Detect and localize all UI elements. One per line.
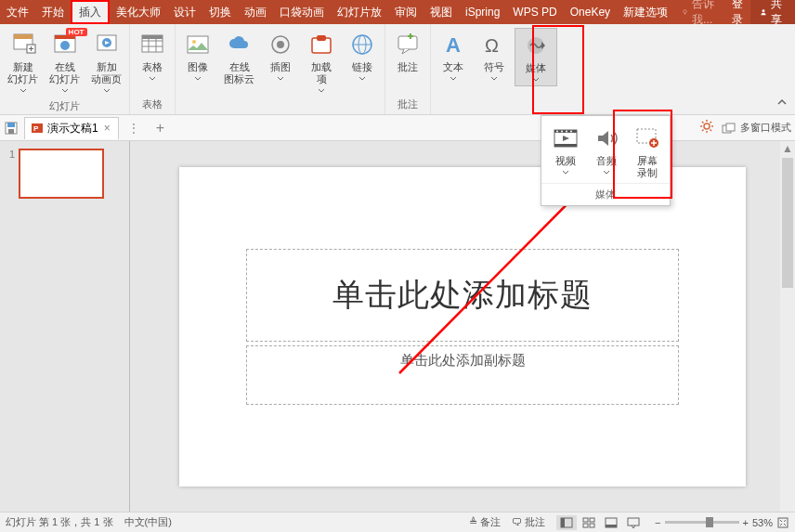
zoom-out-button[interactable]: − <box>655 517 660 528</box>
menu-new-tab[interactable]: 新建选项 <box>617 0 674 24</box>
reading-view-button[interactable] <box>601 515 621 530</box>
settings-button[interactable] <box>699 119 714 136</box>
comments-toggle[interactable]: 🗨 批注 <box>512 515 545 529</box>
addin-button[interactable]: 加载 项 <box>301 28 342 97</box>
document-tab-strip: P 演示文稿1 × ⋮ + 多窗口模式 <box>0 115 795 141</box>
document-tab-close[interactable]: × <box>102 122 112 135</box>
zoom-slider-track[interactable] <box>665 521 739 524</box>
audio-icon <box>593 124 620 152</box>
slide-canvas-area[interactable]: 单击此处添加标题 单击此处添加副标题 ▲ <box>130 141 795 512</box>
thumbnail-row[interactable]: 1 <box>6 149 124 199</box>
ribbon-group-images: 图像 在线 图标云 插图 加载 项 链接 <box>176 24 385 114</box>
menu-onekey[interactable]: OneKey <box>564 0 617 24</box>
chevron-down-icon <box>61 87 69 95</box>
menu-wps-pdf[interactable]: WPS PD <box>506 0 563 24</box>
audio-button[interactable]: 音频 <box>586 122 627 181</box>
zoom-in-button[interactable]: + <box>743 517 749 528</box>
title-placeholder-text: 单击此处添加标题 <box>332 274 593 317</box>
video-button[interactable]: 视频 <box>545 122 586 181</box>
document-tab[interactable]: P 演示文稿1 × <box>24 117 119 139</box>
scrollbar-thumb[interactable] <box>782 158 793 288</box>
svg-text:P: P <box>33 124 39 133</box>
link-button[interactable]: 链接 <box>342 28 383 84</box>
anim-page-button[interactable]: 新加 动画页 <box>85 28 127 97</box>
new-slide-icon <box>10 32 36 58</box>
ribbon-group-comments: 批注 批注 <box>385 24 431 114</box>
cloud-icons-label: 在线 图标云 <box>224 61 254 85</box>
slide-count-status: 幻灯片 第 1 张，共 1 张 <box>6 515 113 529</box>
new-tab-button[interactable]: + <box>149 120 172 136</box>
person-icon <box>760 6 767 18</box>
multi-window-button[interactable]: 多窗口模式 <box>722 121 791 135</box>
chevron-down-icon <box>20 87 27 95</box>
svg-rect-50 <box>628 518 639 526</box>
language-status[interactable]: 中文(中国) <box>124 515 172 529</box>
menu-animations[interactable]: 动画 <box>238 0 273 24</box>
login-link[interactable]: 登录 <box>724 0 750 24</box>
text-button[interactable]: A 文本 <box>433 28 474 84</box>
addin-label: 加载 项 <box>311 61 332 85</box>
normal-view-button[interactable] <box>556 515 577 530</box>
image-button[interactable]: 图像 <box>177 28 218 84</box>
svg-rect-45 <box>590 518 594 522</box>
title-placeholder[interactable]: 单击此处添加标题 <box>246 249 679 342</box>
symbol-button[interactable]: Ω 符号 <box>474 28 515 84</box>
tell-me-search[interactable]: 告诉我... <box>674 0 724 24</box>
menu-transitions[interactable]: 切换 <box>202 0 238 24</box>
menu-review[interactable]: 审阅 <box>388 0 424 24</box>
link-icon <box>349 32 375 58</box>
screen-record-button[interactable]: 屏幕 录制 <box>627 122 668 181</box>
svg-point-1 <box>762 9 765 12</box>
comment-button[interactable]: 批注 <box>387 28 428 75</box>
illustration-button[interactable]: 插图 <box>260 28 301 84</box>
menu-view[interactable]: 视图 <box>424 0 459 24</box>
online-slide-button[interactable]: HOT 在线 幻灯片 <box>44 28 85 97</box>
chevron-down-icon <box>603 169 610 176</box>
svg-rect-46 <box>583 524 588 527</box>
vertical-scrollbar[interactable]: ▲ <box>780 141 795 512</box>
svg-point-29 <box>704 123 710 129</box>
table-button[interactable]: 表格 <box>132 28 173 84</box>
tab-handle[interactable]: ⋮ <box>124 122 143 135</box>
zoom-slider-thumb[interactable] <box>706 517 713 527</box>
video-label: 视频 <box>555 155 576 167</box>
ribbon-collapse-button[interactable] <box>776 97 788 110</box>
chevron-down-icon <box>450 75 457 83</box>
slideshow-view-button[interactable] <box>623 515 644 530</box>
bulb-icon <box>682 6 688 18</box>
media-button[interactable]: 媒体 <box>515 28 557 86</box>
svg-point-15 <box>277 41 284 48</box>
windows-icon <box>722 123 736 134</box>
ribbon-group-slides-label: 幻灯片 <box>49 97 80 116</box>
video-icon <box>552 124 580 152</box>
screen-record-icon <box>633 124 661 152</box>
view-buttons <box>556 515 644 530</box>
subtitle-placeholder[interactable]: 单击此处添加副标题 <box>246 345 679 405</box>
comment-icon <box>395 32 421 58</box>
media-icon <box>523 32 549 58</box>
menu-home[interactable]: 开始 <box>35 0 71 24</box>
new-slide-button[interactable]: 新建 幻灯片 <box>2 28 44 97</box>
notes-toggle[interactable]: ≜ 备注 <box>469 515 501 529</box>
online-slide-label: 在线 幻灯片 <box>49 61 80 85</box>
menu-slideshow[interactable]: 幻灯片放 <box>331 0 388 24</box>
menu-beautify[interactable]: 美化大师 <box>110 0 167 24</box>
scroll-up-arrow[interactable]: ▲ <box>780 141 795 156</box>
anim-page-label: 新加 动画页 <box>91 61 122 85</box>
slide[interactable]: 单击此处添加标题 单击此处添加副标题 <box>179 167 746 487</box>
share-button[interactable]: 共享 <box>750 0 795 24</box>
svg-point-38 <box>570 131 572 133</box>
slide-thumbnail[interactable] <box>19 149 104 199</box>
cloud-icons-button[interactable]: 在线 图标云 <box>218 28 260 87</box>
menu-insert[interactable]: 插入 <box>71 0 110 24</box>
menu-pocket-anim[interactable]: 口袋动画 <box>273 0 331 24</box>
zoom-value[interactable]: 53% <box>752 517 773 528</box>
sorter-view-button[interactable] <box>579 515 599 530</box>
menu-file[interactable]: 文件 <box>0 0 35 24</box>
work-area: 1 单击此处添加标题 单击此处添加副标题 ▲ <box>0 141 795 512</box>
menu-design[interactable]: 设计 <box>167 0 202 24</box>
fit-window-icon[interactable] <box>776 516 789 529</box>
menu-ispring[interactable]: iSpring <box>459 0 506 24</box>
save-icon[interactable] <box>4 121 19 136</box>
chevron-down-icon <box>318 87 325 95</box>
